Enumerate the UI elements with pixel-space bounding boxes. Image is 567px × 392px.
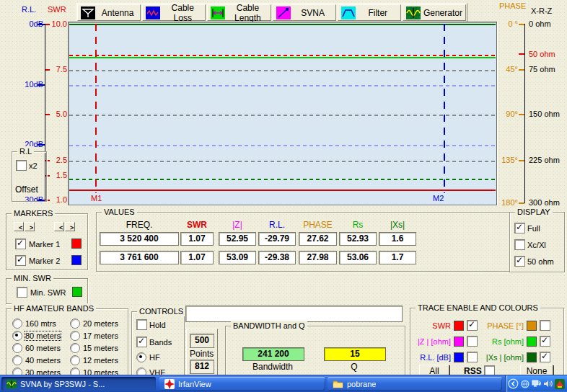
display-50ohm-checkbox[interactable] [514,256,525,267]
band-80m-radio[interactable] [12,331,22,341]
marker1-line[interactable] [95,24,97,193]
gridline-20db [69,145,496,146]
controls-group-title: CONTROLS [137,306,185,316]
min-swr-color-swatch[interactable] [72,287,82,297]
trace-swr-swatch[interactable] [454,321,464,331]
phase-axis-tick [519,69,524,71]
taskbar: SVNA by SP3SWJ - S... IrfanView pobrane [0,375,567,392]
display-group-title: DISPLAY [515,207,553,217]
values-cell-m2-freq: 3 761 600 [100,251,179,264]
trace-rs-checkbox[interactable] [540,336,550,347]
internet-explorer-icon[interactable] [520,379,530,389]
values-group-title: VALUES [102,207,137,217]
right-axis-line [524,24,525,203]
values-cell-m1-phase: 27.62 [299,232,337,246]
bandwidth-group: BANDWIDTH and Q 241 200 Bandwidth 15 Q [225,326,405,377]
marker1-prev-button[interactable]: < [14,222,24,231]
min-swr-checkbox[interactable] [17,287,27,298]
bands-checkbox[interactable] [136,337,147,347]
band-12m-radio[interactable] [70,355,80,365]
marker2-next-button[interactable]: > [65,222,75,231]
values-cell-m2-phase: 27.98 [299,251,337,264]
taskbar-task-label: pobrane [347,380,376,388]
trace-swr-checkbox[interactable] [467,320,478,331]
band-20m-label: 20 meters [83,319,118,328]
values-cell-m1-swr: 1.07 [180,232,214,246]
antenna-button[interactable]: Antenna [77,4,141,21]
min-swr-group-title: MIN. SWR [12,273,53,283]
volume-icon[interactable] [543,379,553,388]
sweep-chart-plot[interactable]: M1 M2 [68,22,497,205]
points-bottom-field[interactable]: 812 [190,360,214,374]
marker2-checkbox[interactable] [15,255,26,266]
marker1-label: M1 [91,194,102,202]
text-display-field[interactable] [185,306,403,322]
band-20m-radio[interactable] [70,318,80,329]
display-xcxl-checkbox[interactable] [514,239,525,250]
antivirus-logo-icon[interactable] [555,379,565,389]
marker1-color-swatch[interactable] [71,239,82,249]
trace-swr-label: SWR [410,321,451,330]
taskbar-task-irfanview[interactable]: IrfanView [159,377,325,391]
hf-radio[interactable] [136,352,146,362]
values-cell-m1-z: 52.95 [219,232,256,246]
right-axis-title-xrz: X-R-Z [531,6,552,15]
band-60m-radio[interactable] [12,343,22,353]
swr-tick-label: 1.5 [46,171,67,179]
trace-rl-checkbox[interactable] [467,352,478,362]
trace-phase-swatch[interactable] [527,321,537,331]
values-header-z: |Z| [219,220,256,230]
folder-icon [333,379,343,388]
phase-tick-label: 135° [496,156,518,164]
values-header-freq: FREQ. [100,220,179,230]
band-12m-label: 12 meters [83,356,118,365]
band-160m-radio[interactable] [12,318,22,329]
trace-phase-checkbox[interactable] [540,320,550,331]
band-17m-radio[interactable] [70,331,80,341]
trace-xs-swatch[interactable] [527,352,537,362]
points-top-field[interactable]: 500 [190,334,214,348]
trace-z-swatch[interactable] [454,337,464,347]
cable-loss-button[interactable]: Cable Loss [142,4,206,21]
hide-icons-chevron-icon[interactable] [508,378,519,389]
marker2-color-swatch[interactable] [71,255,82,265]
generator-button-label: Generator [423,8,462,18]
phase-tick-label: 180° [496,198,518,207]
values-header-xs: |Xs| [379,220,416,230]
hold-checkbox[interactable] [136,319,147,330]
values-cell-m1-xs: 1.6 [379,232,416,246]
display-full-checkbox[interactable] [514,223,525,233]
irfanview-icon [164,379,175,389]
band-15m-radio[interactable] [70,343,80,353]
svna-button[interactable]: SVNA [273,4,336,21]
filter-button[interactable]: Filter [338,4,401,21]
min-swr-checkbox-label: Min. SWR [30,288,66,297]
marker1-next-button[interactable]: > [25,222,35,231]
trace-xs-checkbox[interactable] [540,352,550,362]
band-80m-label: 80 meters [25,331,61,340]
filter-icon [341,6,356,19]
trace-z-checkbox[interactable] [467,336,478,347]
values-cell-m1-freq: 3 520 400 [100,232,179,246]
bandwidth-group-title: BANDWIDTH and Q [231,321,307,331]
cable-length-button[interactable]: Cable Length [207,4,271,21]
phase-tick-label: 45° [496,65,518,74]
trace-xs-line [69,24,496,25]
taskbar-task-pobrane[interactable]: pobrane [328,377,502,391]
network-status-icon[interactable] [532,379,542,388]
taskbar-task-svna[interactable]: SVNA by SP3SWJ - S... [1,377,156,391]
rl-x2-checkbox[interactable] [16,160,27,171]
right-axis-title-phase: PHASE [499,1,526,10]
trace-rl-swatch[interactable] [454,352,464,362]
phase-axis-tick [519,160,524,161]
marker2-prev-button[interactable]: < [54,222,64,231]
rl-tick-label: 10dB [14,80,43,89]
generator-button[interactable]: Generator [403,4,466,21]
trace-rs-swatch[interactable] [527,337,537,347]
marker1-checkbox[interactable] [15,239,26,249]
band-40m-radio[interactable] [12,355,22,365]
values-group: VALUES FREQ. 3 520 400 3 761 600 SWR 1.0… [96,212,510,272]
marker2-label: M2 [433,194,444,202]
band-40m-label: 40 meters [25,356,61,365]
marker2-line[interactable] [444,24,445,193]
